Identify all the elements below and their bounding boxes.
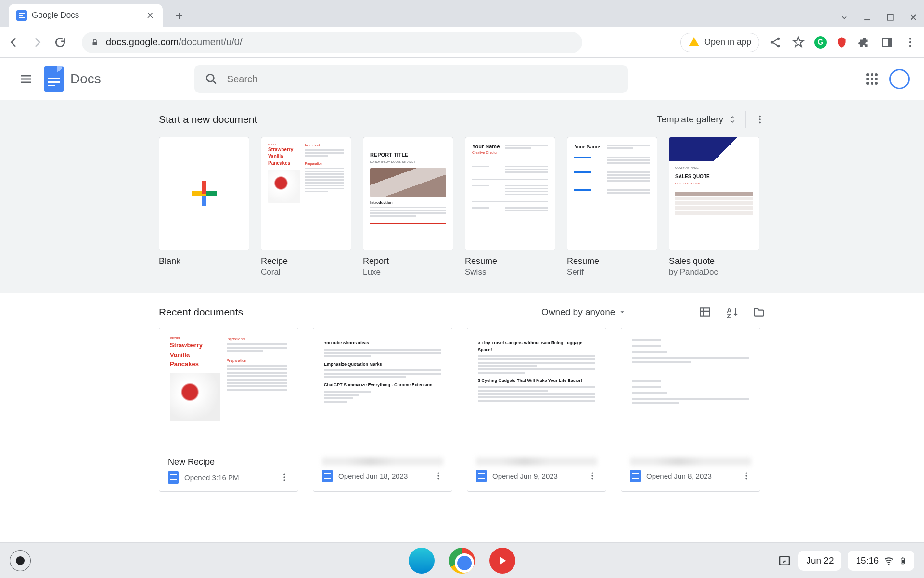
document-card[interactable]: YouTube Shorts Ideas Emphasize Quotation… bbox=[313, 328, 452, 492]
document-opened: Opened Jun 9, 2023 bbox=[492, 472, 582, 480]
document-card[interactable]: Opened Jun 8, 2023 bbox=[621, 328, 760, 492]
battery-icon bbox=[899, 555, 907, 566]
docs-logo-icon[interactable] bbox=[44, 66, 64, 92]
time-label: 15:16 bbox=[856, 555, 879, 566]
dropdown-icon bbox=[619, 309, 626, 315]
brave-extension-icon[interactable] bbox=[835, 36, 848, 49]
docs-header: Docs bbox=[0, 58, 924, 100]
side-panel-button[interactable] bbox=[880, 35, 894, 50]
svg-point-21 bbox=[437, 475, 439, 476]
close-tab-button[interactable] bbox=[145, 11, 155, 20]
svg-point-11 bbox=[759, 116, 761, 118]
account-avatar[interactable] bbox=[889, 69, 910, 89]
document-more-button[interactable] bbox=[280, 473, 289, 482]
svg-point-28 bbox=[745, 478, 747, 479]
screenshot-tool-icon[interactable] bbox=[777, 553, 792, 568]
document-card[interactable]: RECIPEStrawberry Vanilla Pancakes Ingred… bbox=[159, 328, 298, 492]
open-in-app-label: Open in app bbox=[704, 37, 751, 47]
open-in-app-button[interactable]: Open in app bbox=[680, 33, 759, 52]
templates-section: Start a new document Template gallery bbox=[0, 100, 924, 293]
document-opened: Opened 3:16 PM bbox=[184, 473, 274, 482]
drive-icon bbox=[689, 37, 699, 48]
svg-point-19 bbox=[283, 479, 285, 481]
svg-text:Z: Z bbox=[727, 312, 731, 318]
address-bar[interactable]: docs.google.com/document/u/0/ bbox=[82, 32, 582, 53]
docs-file-icon bbox=[476, 470, 487, 482]
chrome-app-icon[interactable] bbox=[449, 548, 475, 574]
docs-file-icon bbox=[322, 470, 333, 482]
extensions-button[interactable] bbox=[857, 35, 871, 50]
search-input[interactable] bbox=[227, 74, 617, 85]
owner-filter-label: Owned by anyone bbox=[541, 307, 615, 317]
template-name: Resume bbox=[567, 256, 657, 266]
os-taskbar: Jun 22 15:16 bbox=[0, 542, 924, 578]
grammarly-extension-icon[interactable]: G bbox=[814, 36, 827, 49]
document-opened: Opened Jun 18, 2023 bbox=[338, 472, 428, 480]
unfold-icon bbox=[728, 114, 737, 125]
list-view-button[interactable] bbox=[699, 306, 711, 318]
svg-rect-29 bbox=[780, 556, 789, 565]
templates-heading: Start a new document bbox=[159, 114, 257, 125]
template-subtitle: Coral bbox=[261, 267, 351, 277]
template-recipe[interactable]: RECIPEStrawberry Vanilla Pancakes Ingred… bbox=[261, 137, 351, 277]
template-gallery-button[interactable]: Template gallery bbox=[657, 114, 737, 125]
template-name: Report bbox=[363, 256, 453, 266]
svg-point-17 bbox=[283, 474, 285, 475]
open-file-picker-button[interactable] bbox=[753, 306, 765, 318]
files-app-icon[interactable] bbox=[409, 548, 435, 574]
youtube-music-app-icon[interactable] bbox=[489, 548, 515, 574]
document-name bbox=[476, 457, 597, 466]
main-menu-button[interactable] bbox=[14, 67, 38, 91]
svg-point-23 bbox=[591, 473, 593, 474]
status-tray[interactable]: 15:16 bbox=[848, 551, 914, 571]
owner-filter-dropdown[interactable]: Owned by anyone bbox=[541, 307, 626, 317]
bookmark-button[interactable] bbox=[791, 35, 806, 50]
tabs-dropdown-button[interactable] bbox=[839, 13, 849, 22]
template-name: Blank bbox=[159, 256, 249, 266]
search-icon bbox=[205, 73, 218, 85]
svg-point-30 bbox=[888, 563, 890, 565]
template-sales-quote[interactable]: COMPANY NAME SALES QUOTE CUSTOMER NAME S… bbox=[669, 137, 759, 277]
docs-search[interactable] bbox=[194, 65, 628, 93]
document-opened: Opened Jun 8, 2023 bbox=[646, 472, 736, 480]
launcher-button[interactable] bbox=[10, 550, 31, 571]
app-title: Docs bbox=[70, 71, 101, 87]
browser-tab-bar: Google Docs + bbox=[0, 0, 924, 27]
templates-more-button[interactable] bbox=[755, 114, 765, 125]
document-more-button[interactable] bbox=[742, 471, 751, 481]
svg-point-22 bbox=[437, 478, 439, 479]
template-resume-swiss[interactable]: Your NameCreative Director Resume Swiss bbox=[465, 137, 555, 277]
document-name bbox=[630, 457, 751, 466]
svg-point-13 bbox=[759, 122, 761, 124]
new-tab-button[interactable]: + bbox=[169, 6, 189, 25]
maximize-button[interactable] bbox=[886, 13, 895, 22]
svg-rect-0 bbox=[887, 14, 893, 20]
google-apps-button[interactable] bbox=[866, 73, 878, 85]
back-button[interactable] bbox=[7, 35, 21, 50]
template-subtitle: Swiss bbox=[465, 267, 555, 277]
svg-rect-1 bbox=[93, 42, 97, 45]
template-name: Resume bbox=[465, 256, 555, 266]
template-subtitle: Luxe bbox=[363, 267, 453, 277]
docs-file-icon bbox=[630, 470, 641, 482]
svg-point-7 bbox=[909, 38, 911, 39]
svg-point-8 bbox=[909, 41, 911, 43]
chrome-menu-button[interactable] bbox=[903, 35, 917, 50]
template-blank[interactable]: Blank bbox=[159, 137, 249, 277]
template-report[interactable]: REPORT TITLE LOREM IPSUM DOLOR SIT AMET … bbox=[363, 137, 453, 277]
share-button[interactable] bbox=[768, 35, 783, 50]
svg-point-9 bbox=[909, 45, 911, 47]
template-resume-serif[interactable]: Your Name Resume Serif bbox=[567, 137, 657, 277]
reload-button[interactable] bbox=[53, 35, 67, 50]
document-card[interactable]: 3 Tiny Travel Gadgets Without Sacrificin… bbox=[467, 328, 606, 492]
svg-point-12 bbox=[759, 118, 761, 120]
forward-button[interactable] bbox=[30, 35, 44, 50]
browser-tab[interactable]: Google Docs bbox=[9, 4, 163, 27]
document-more-button[interactable] bbox=[588, 471, 597, 481]
minimize-button[interactable] bbox=[862, 13, 872, 22]
sort-button[interactable]: AZ bbox=[726, 306, 738, 318]
document-more-button[interactable] bbox=[434, 471, 443, 481]
svg-rect-32 bbox=[902, 557, 904, 558]
close-window-button[interactable] bbox=[909, 13, 918, 22]
date-pill[interactable]: Jun 22 bbox=[798, 551, 841, 571]
